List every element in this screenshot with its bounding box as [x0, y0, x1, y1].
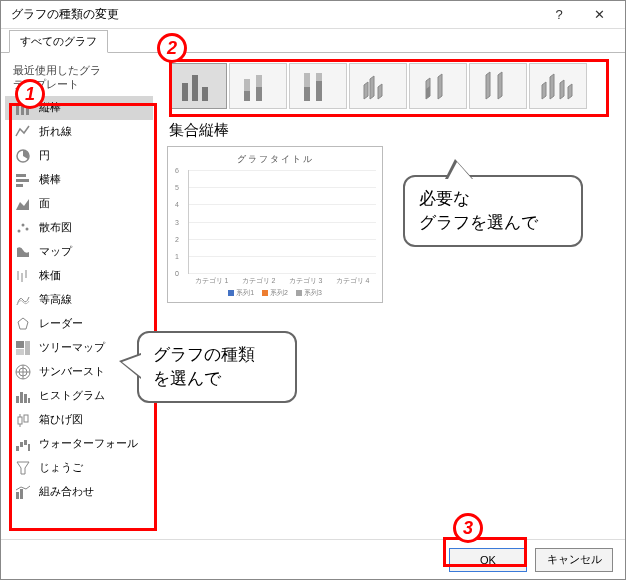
- svg-rect-16: [16, 349, 24, 355]
- category-item[interactable]: 株価: [5, 264, 153, 288]
- titlebar: グラフの種類の変更 ? ✕: [1, 1, 625, 29]
- svg-rect-5: [16, 179, 29, 182]
- category-item[interactable]: 縦棒: [5, 96, 153, 120]
- tab-all-charts[interactable]: すべてのグラフ: [9, 30, 108, 53]
- dialog-footer: OK キャンセル: [1, 539, 625, 579]
- category-item[interactable]: ウォーターフォール: [5, 432, 153, 456]
- svg-rect-14: [16, 341, 24, 348]
- svg-rect-6: [16, 184, 23, 187]
- category-item[interactable]: 折れ線: [5, 120, 153, 144]
- category-icon: [15, 436, 31, 452]
- subtype-option[interactable]: [469, 63, 527, 109]
- category-label: 散布図: [39, 220, 72, 235]
- category-item[interactable]: 面: [5, 192, 153, 216]
- help-button[interactable]: ?: [539, 2, 579, 28]
- sidebar-templates-label: テンプレート: [5, 77, 153, 91]
- category-item[interactable]: マップ: [5, 240, 153, 264]
- svg-rect-41: [256, 87, 262, 101]
- category-sidebar: 最近使用したグラ テンプレート 縦棒折れ線円横棒面散布図マップ株価等高線レーダー…: [1, 53, 153, 539]
- dialog-title: グラフの種類の変更: [7, 6, 539, 23]
- chart-preview: グラフタイトル 0123456 カテゴリ 1カテゴリ 2カテゴリ 3カテゴリ 4…: [167, 146, 383, 303]
- svg-rect-15: [25, 341, 30, 355]
- category-icon: [15, 484, 31, 500]
- svg-rect-34: [20, 489, 23, 499]
- category-icon: [15, 412, 31, 428]
- category-label: 円: [39, 148, 50, 163]
- chart-plot-area: 0123456: [188, 170, 376, 274]
- category-icon: [15, 172, 31, 188]
- chart-legend: 系列1系列2系列3: [174, 288, 376, 298]
- category-label: ウォーターフォール: [39, 436, 138, 451]
- svg-rect-43: [304, 87, 310, 101]
- category-icon: [15, 268, 31, 284]
- category-label: 横棒: [39, 172, 61, 187]
- ok-button[interactable]: OK: [449, 548, 527, 572]
- svg-point-7: [18, 229, 21, 232]
- category-item[interactable]: 組み合わせ: [5, 480, 153, 504]
- svg-point-9: [26, 227, 29, 230]
- category-item[interactable]: じょうご: [5, 456, 153, 480]
- category-item[interactable]: ヒストグラム: [5, 384, 153, 408]
- svg-rect-24: [28, 398, 30, 403]
- category-icon: [15, 100, 31, 116]
- subtype-option[interactable]: [289, 63, 347, 109]
- category-label: 等高線: [39, 292, 72, 307]
- category-icon: [15, 340, 31, 356]
- category-label: レーダー: [39, 316, 83, 331]
- svg-marker-13: [18, 318, 28, 329]
- subtype-option[interactable]: [409, 63, 467, 109]
- chart-title: グラフタイトル: [174, 153, 376, 166]
- category-item[interactable]: 等高線: [5, 288, 153, 312]
- category-item[interactable]: 箱ひげ図: [5, 408, 153, 432]
- category-label: 折れ線: [39, 124, 72, 139]
- close-button[interactable]: ✕: [579, 2, 619, 28]
- svg-rect-21: [16, 396, 19, 403]
- svg-rect-2: [26, 108, 29, 115]
- category-icon: [15, 364, 31, 380]
- category-icon: [15, 388, 31, 404]
- category-label: 面: [39, 196, 50, 211]
- svg-rect-28: [24, 415, 28, 422]
- category-icon: [15, 244, 31, 260]
- category-item[interactable]: レーダー: [5, 312, 153, 336]
- category-label: マップ: [39, 244, 72, 259]
- main-panel: 集合縦棒 グラフタイトル 0123456 カテゴリ 1カテゴリ 2カテゴリ 3カ…: [153, 53, 625, 539]
- svg-rect-37: [202, 87, 208, 101]
- category-item[interactable]: 散布図: [5, 216, 153, 240]
- svg-rect-31: [24, 440, 27, 445]
- svg-rect-0: [16, 106, 19, 115]
- subtype-title: 集合縦棒: [167, 121, 615, 140]
- svg-rect-35: [182, 83, 188, 101]
- category-label: 組み合わせ: [39, 484, 94, 499]
- svg-rect-23: [24, 394, 27, 403]
- svg-rect-25: [18, 417, 22, 424]
- svg-rect-33: [16, 492, 19, 499]
- svg-rect-45: [316, 81, 322, 101]
- subtype-option[interactable]: [169, 63, 227, 109]
- subtype-option[interactable]: [349, 63, 407, 109]
- category-icon: [15, 196, 31, 212]
- tabstrip: すべてのグラフ: [1, 29, 625, 53]
- svg-rect-39: [244, 91, 250, 101]
- svg-rect-29: [16, 446, 19, 451]
- category-label: 箱ひげ図: [39, 412, 83, 427]
- callout-select-type: グラフの種類 を選んで: [137, 331, 297, 403]
- category-icon: [15, 148, 31, 164]
- category-icon: [15, 316, 31, 332]
- category-item[interactable]: 横棒: [5, 168, 153, 192]
- category-label: サンバースト: [39, 364, 105, 379]
- svg-rect-1: [21, 103, 24, 115]
- svg-rect-4: [16, 174, 26, 177]
- cancel-button[interactable]: キャンセル: [535, 548, 613, 572]
- category-item[interactable]: 円: [5, 144, 153, 168]
- svg-rect-36: [192, 75, 198, 101]
- category-label: 縦棒: [39, 100, 61, 115]
- svg-rect-22: [20, 392, 23, 403]
- chart-x-labels: カテゴリ 1カテゴリ 2カテゴリ 3カテゴリ 4: [188, 276, 376, 286]
- svg-rect-32: [28, 444, 30, 451]
- subtype-option[interactable]: [529, 63, 587, 109]
- subtype-option[interactable]: [229, 63, 287, 109]
- category-icon: [15, 292, 31, 308]
- category-label: ツリーマップ: [39, 340, 105, 355]
- category-label: ヒストグラム: [39, 388, 105, 403]
